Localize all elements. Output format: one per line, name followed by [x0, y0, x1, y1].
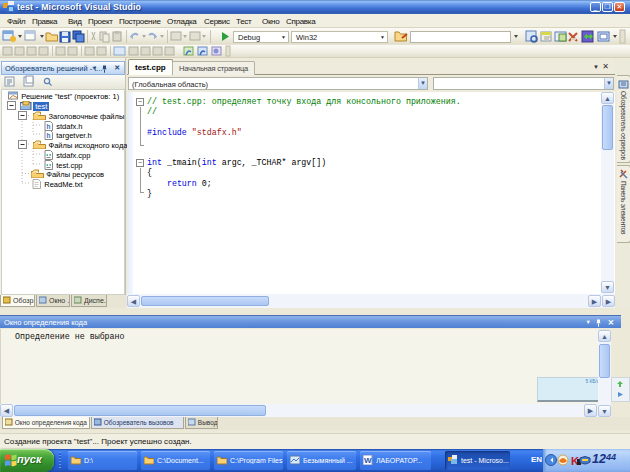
svg-text:h: h [47, 132, 51, 139]
svg-text:W: W [364, 456, 372, 465]
svg-text:h: h [47, 123, 51, 130]
